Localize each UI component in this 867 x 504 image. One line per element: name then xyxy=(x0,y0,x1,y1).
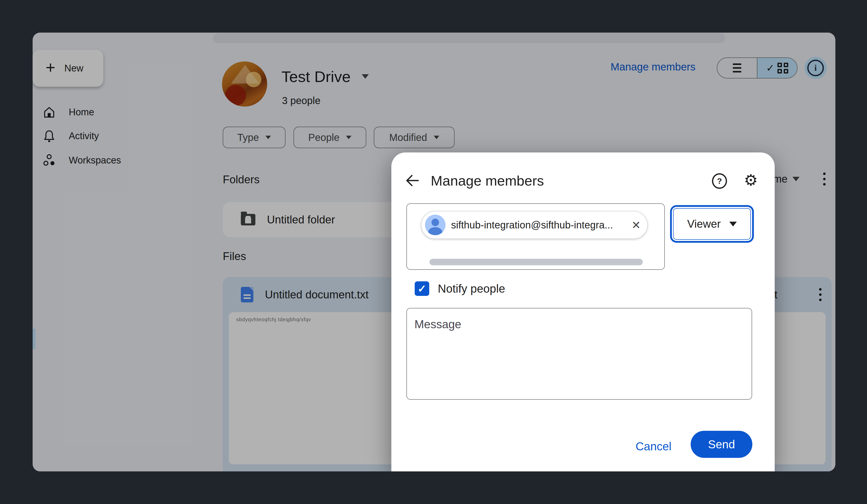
recipient-chip[interactable]: sifthub-integration@sifthub-integra... ✕ xyxy=(421,211,648,239)
horizontal-scrollbar[interactable] xyxy=(429,259,643,265)
help-button[interactable]: ? xyxy=(712,174,727,188)
notify-label: Notify people xyxy=(438,281,505,296)
role-selector-value: Viewer xyxy=(687,218,721,230)
cancel-button[interactable]: Cancel xyxy=(629,437,678,456)
back-button[interactable] xyxy=(404,172,421,189)
person-avatar-icon xyxy=(425,215,446,235)
role-selector-focus-ring: Viewer xyxy=(672,207,752,241)
recipients-input[interactable]: sifthub-integration@sifthub-integra... ✕ xyxy=(406,204,665,270)
drive-window: + New Home Activity Workspaces Manage me… xyxy=(33,33,835,471)
recipient-email: sifthub-integration@sifthub-integra... xyxy=(451,219,626,231)
send-button[interactable]: Send xyxy=(691,431,752,458)
notify-checkbox[interactable]: ✓ xyxy=(415,281,429,296)
message-input[interactable] xyxy=(406,308,752,400)
chevron-down-icon xyxy=(729,222,737,227)
manage-members-dialog: Manage members ? ⚙ sifthub-integration@s… xyxy=(392,152,775,471)
role-selector[interactable]: Viewer xyxy=(670,205,754,243)
remove-recipient-icon[interactable]: ✕ xyxy=(631,219,641,231)
back-arrow-icon xyxy=(405,173,420,188)
gear-icon: ⚙ xyxy=(744,173,758,188)
dialog-title: Manage members xyxy=(431,173,544,188)
help-icon: ? xyxy=(712,173,727,189)
settings-button[interactable]: ⚙ xyxy=(742,172,760,189)
